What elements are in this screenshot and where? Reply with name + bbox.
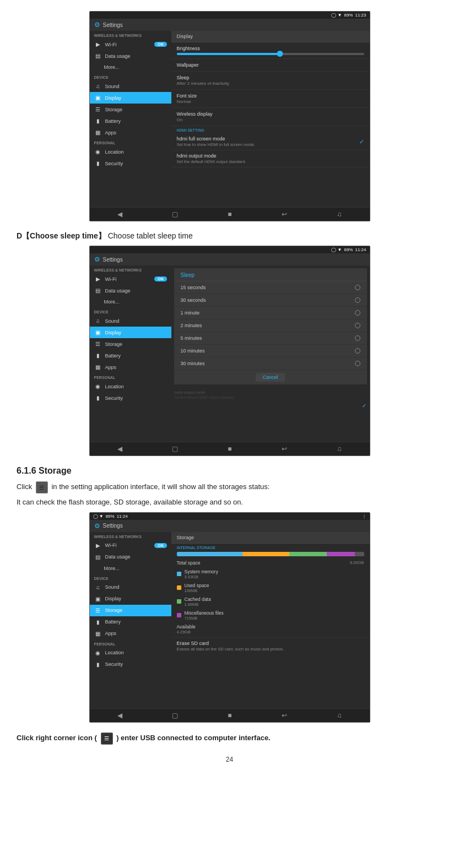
fontsize-item[interactable]: Font size Normal — [171, 90, 370, 108]
bar-seg-green — [289, 552, 327, 556]
sidebar-item-storage[interactable]: ☰ Storage — [90, 104, 171, 115]
sidebar-location-3[interactable]: ◉ Location — [90, 647, 171, 659]
sleep-1m-radio — [355, 310, 360, 316]
more-dots: ⋮ — [362, 514, 366, 519]
device-screen1: ◯ ▼ 89% 11:23 ⚙ Settings WIRELESS & NETW… — [89, 11, 370, 221]
wifi-label: Wi-Fi — [105, 42, 117, 47]
sidebar-item-battery[interactable]: ▮ Battery — [90, 115, 171, 127]
back-icon-3[interactable]: ◀ — [117, 712, 122, 719]
erase-sd-item[interactable]: Erase SD card Erases all data on the SD … — [171, 637, 370, 654]
sidebar-sound-2[interactable]: ♫ Sound — [90, 315, 171, 327]
return-icon-2[interactable]: ↩ — [282, 445, 287, 453]
settings-title-3: Settings — [103, 523, 123, 529]
sidebar-wifi-3[interactable]: ▶ Wi-Fi ON — [90, 540, 171, 551]
sidebar-sound-3[interactable]: ♫ Sound — [90, 582, 171, 593]
sleep-item[interactable]: Sleep After 2 minutes of inactivity — [171, 72, 370, 90]
hdmi-fullscreen-item[interactable]: hdmi full screen mode Set true to show H… — [171, 133, 370, 150]
fontsize-label: Font size — [177, 93, 364, 99]
sleep-option-30m[interactable]: 30 minutes — [174, 357, 367, 370]
hdmi-fullscreen-label: hdmi full screen mode — [177, 136, 256, 142]
sidebar-more-3[interactable]: More... — [90, 563, 171, 574]
sidebar-item-data[interactable]: ▤ Data usage — [90, 50, 171, 62]
back-icon-2[interactable]: ◀ — [117, 445, 122, 453]
battery-icon-3: ▮ — [94, 619, 102, 625]
sidebar-wifi-2[interactable]: ▶ Wi-Fi ON — [90, 273, 171, 285]
time-text-2: 11:24 — [355, 247, 366, 252]
sidebar-location-2[interactable]: ◉ Location — [90, 381, 171, 392]
back-icon[interactable]: ◀ — [117, 210, 122, 218]
sleep-option-2m[interactable]: 2 minutes — [174, 319, 367, 332]
recents-icon-3[interactable]: ■ — [228, 712, 231, 719]
apps-label-3: Apps — [105, 631, 117, 636]
sidebar-item-location[interactable]: ◉ Location — [90, 146, 171, 158]
return-icon-3[interactable]: ↩ — [282, 712, 287, 719]
sidebar-security-2[interactable]: ▮ Security — [90, 392, 171, 404]
wireless-display-item[interactable]: Wireless display On — [171, 108, 370, 126]
sidebar-item-display[interactable]: ▣ Display — [90, 92, 171, 104]
sidebar-display-2[interactable]: ▣ Display — [90, 327, 171, 338]
section-616-heading: 6.1.6 Storage — [17, 466, 442, 476]
bottom-nav-2: ◀ ▢ ■ ↩ ♫ — [90, 442, 370, 455]
sidebar-apps-2[interactable]: ▦ Apps — [90, 361, 171, 373]
sidebar-item-security[interactable]: ▮ Security — [90, 158, 171, 169]
recents-icon[interactable]: ■ — [228, 210, 231, 218]
wallpaper-item[interactable]: Wallpaper — [171, 59, 370, 72]
sleep-option-5m[interactable]: 5 minutes — [174, 332, 367, 345]
sleep-option-30s[interactable]: 30 seconds — [174, 294, 367, 307]
sleep-value: After 2 minutes of inactivity — [177, 81, 364, 86]
bottom-nav-3: ◀ ▢ ■ ↩ ♫ — [90, 708, 370, 722]
return-icon[interactable]: ↩ — [282, 210, 287, 218]
recents-icon-2[interactable]: ■ — [228, 445, 231, 453]
system-info: System memory 3.43GB — [185, 569, 218, 579]
sidebar-data-3[interactable]: ▤ Data usage — [90, 551, 171, 563]
sound-nav-icon-3[interactable]: ♫ — [337, 712, 342, 719]
home-icon-2[interactable]: ▢ — [172, 445, 178, 453]
more-label-2: More... — [94, 299, 120, 305]
data-label: Data usage — [105, 53, 131, 59]
sidebar-item-sound[interactable]: ♫ Sound — [90, 80, 171, 92]
bar-seg-gray — [355, 552, 364, 556]
sidebar-display-3[interactable]: ▣ Display — [90, 593, 171, 605]
storage-item-cached: Cached data 1.86MB — [171, 595, 370, 609]
sidebar-item-apps[interactable]: ▦ Apps — [90, 127, 171, 138]
sidebar-item-wifi[interactable]: ▶ Wi-Fi ON — [90, 39, 171, 50]
sidebar-item-more[interactable]: More... — [90, 62, 171, 73]
footer-bold-text2: ) enter USB connected to computer interf… — [116, 734, 271, 742]
sleep-option-1m[interactable]: 1 minute — [174, 307, 367, 319]
sidebar-battery-2[interactable]: ▮ Battery — [90, 350, 171, 361]
footer-container: Click right corner icon ( ☰ ) enter USB … — [17, 733, 442, 745]
storage-label-2: Storage — [105, 341, 123, 347]
sleep-dialog: Sleep 15 seconds 30 seconds 1 minute — [174, 268, 367, 384]
wallpaper-label: Wallpaper — [177, 62, 364, 68]
sidebar-storage-2[interactable]: ☰ Storage — [90, 338, 171, 350]
sidebar-more-2[interactable]: More... — [90, 296, 171, 307]
sidebar-battery-3[interactable]: ▮ Battery — [90, 616, 171, 628]
sleep-option-10m[interactable]: 10 minutes — [174, 345, 367, 357]
system-label: System memory — [185, 569, 218, 574]
sleep-dialog-title: Sleep — [174, 268, 367, 281]
footer-bold-text: Click right corner icon ( — [17, 734, 97, 742]
sidebar-storage-3[interactable]: ☰ Storage — [90, 605, 171, 616]
sleep-30m-label: 30 minutes — [181, 361, 205, 366]
total-value: 8.00GB — [350, 560, 364, 565]
used-label: Used space — [185, 583, 209, 588]
storage-item-misc: Miscellaneous files 715MB — [171, 609, 370, 622]
hdmi-output-item[interactable]: hdmi output mode Set the default HDMI ou… — [171, 150, 370, 167]
section-device-3: DEVICE — [90, 574, 171, 582]
sleep-option-15s[interactable]: 15 seconds — [174, 281, 367, 294]
sidebar-apps-3[interactable]: ▦ Apps — [90, 628, 171, 639]
wifi-label-3: Wi-Fi — [105, 542, 117, 548]
home-icon[interactable]: ▢ — [172, 210, 178, 218]
section-personal-3: PERSONAL — [90, 639, 171, 647]
sound-nav-icon-2[interactable]: ♫ — [337, 445, 342, 453]
home-icon-3[interactable]: ▢ — [172, 712, 178, 719]
sound-label: Sound — [105, 84, 120, 89]
sidebar-data-2[interactable]: ▤ Data usage — [90, 285, 171, 296]
sidebar-security-3[interactable]: ▮ Security — [90, 659, 171, 670]
brightness-item[interactable]: Brightness — [171, 42, 370, 59]
sound-label-2: Sound — [105, 318, 120, 324]
sound-nav-icon[interactable]: ♫ — [337, 210, 342, 218]
cancel-button[interactable]: Cancel — [256, 373, 284, 382]
status-icons: ◯ ▼ — [331, 13, 342, 18]
settings-layout-1: WIRELESS & NETWORKS ▶ Wi-Fi ON ▤ Data us… — [90, 31, 370, 207]
